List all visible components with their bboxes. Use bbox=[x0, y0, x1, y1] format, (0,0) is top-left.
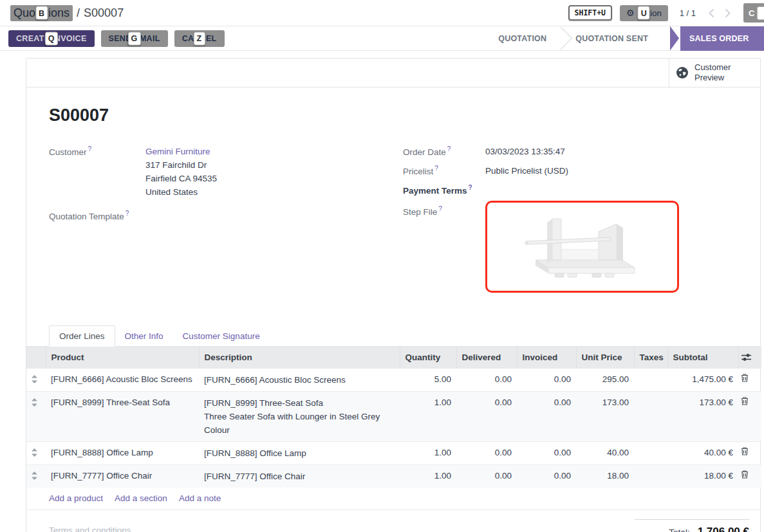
cell-delivered[interactable]: 0.00 bbox=[456, 368, 517, 391]
cell-invoiced[interactable]: 0.00 bbox=[517, 464, 576, 488]
cell-quantity[interactable]: 1.00 bbox=[400, 464, 456, 488]
customer-link[interactable]: Gemini Furniture bbox=[145, 145, 217, 158]
status-pipeline: QUOTATION QUOTATION SENT SALES ORDER bbox=[483, 26, 764, 51]
cell-product[interactable]: [FURN_8888] Office Lamp bbox=[46, 441, 199, 464]
status-step-quotation-sent[interactable]: QUOTATION SENT bbox=[560, 26, 664, 51]
action-menu-button[interactable]: ⚙ Action U bbox=[620, 5, 668, 21]
tab-customer-signature[interactable]: Customer Signature bbox=[173, 326, 270, 346]
cell-invoiced[interactable]: 0.00 bbox=[517, 391, 576, 441]
column-header-delivered[interactable]: Delivered bbox=[456, 347, 517, 369]
drag-handle[interactable] bbox=[26, 391, 46, 441]
customer-address-line: Fairfield CA 94535 bbox=[145, 172, 217, 185]
drag-handle[interactable] bbox=[26, 464, 46, 488]
cell-description[interactable]: Three Seater Sofa with Lounger in Steel … bbox=[204, 410, 395, 423]
cell-description[interactable]: [FURN_6666] Acoustic Bloc Screens bbox=[204, 373, 395, 387]
trash-icon bbox=[741, 446, 749, 455]
help-question-mark: ? bbox=[88, 145, 92, 152]
cell-description[interactable]: [FURN_7777] Office Chair bbox=[204, 470, 395, 483]
trash-icon bbox=[741, 470, 749, 479]
tab-order-lines[interactable]: Order Lines bbox=[49, 326, 115, 347]
pager-next-button[interactable] bbox=[725, 8, 731, 18]
column-header-invoiced[interactable]: Invoiced bbox=[517, 347, 576, 369]
customer-address-line: United States bbox=[145, 185, 217, 199]
cell-quantity[interactable]: 5.00 bbox=[400, 368, 456, 391]
terms-and-conditions-input[interactable]: Terms and conditions... bbox=[49, 526, 138, 532]
pager-previous-button[interactable] bbox=[709, 8, 714, 18]
step-file-image[interactable] bbox=[485, 201, 679, 293]
breadcrumb-separator: / bbox=[77, 6, 80, 20]
keyboard-hint-badge: Z bbox=[194, 32, 205, 45]
cell-unit-price[interactable]: 18.00 bbox=[576, 464, 634, 488]
cell-product[interactable]: [FURN_7777] Office Chair bbox=[46, 464, 199, 488]
cell-taxes[interactable] bbox=[634, 391, 667, 441]
create-invoice-button[interactable]: CREATE INVOICE Q bbox=[8, 30, 95, 47]
pricelist-field-value[interactable]: Public Pricelist (USD) bbox=[485, 164, 568, 178]
help-question-mark: ? bbox=[447, 145, 451, 152]
cell-delivered[interactable]: 0.00 bbox=[456, 391, 517, 441]
order-date-field-value[interactable]: 03/03/2023 13:35:47 bbox=[485, 145, 565, 158]
order-date-field-label: Order Date? bbox=[403, 145, 485, 158]
column-header-unit-price[interactable]: Unit Price bbox=[576, 347, 634, 369]
status-step-sales-order[interactable]: SALES ORDER bbox=[670, 26, 764, 51]
cell-product[interactable]: [FURN_6666] Acoustic Bloc Screens bbox=[46, 368, 199, 391]
table-header-row: Product Description Quantity Delivered I… bbox=[26, 347, 761, 369]
cell-subtotal: 173.00 € bbox=[667, 391, 738, 441]
cell-quantity[interactable]: 1.00 bbox=[400, 441, 456, 464]
drag-handle[interactable] bbox=[26, 368, 46, 391]
customer-field-label: Customer? bbox=[49, 145, 145, 199]
add-note-link[interactable]: Add a note bbox=[179, 493, 221, 503]
send-email-button[interactable]: SEND EMAIL G bbox=[101, 30, 168, 47]
delete-row-button[interactable] bbox=[738, 391, 761, 441]
notebook-tabs: Order Lines Other Info Customer Signatur… bbox=[26, 326, 760, 347]
sheet-button-box: Customer Preview bbox=[26, 59, 760, 87]
corner-cutoff-button[interactable]: C bbox=[743, 3, 764, 23]
cancel-button[interactable]: CANCEL Z bbox=[174, 30, 225, 47]
breadcrumb-quotations-link[interactable]: Quotations B bbox=[10, 5, 73, 21]
cell-description[interactable]: Colour bbox=[204, 423, 395, 437]
table-row[interactable]: [FURN_6666] Acoustic Bloc Screens [FURN_… bbox=[26, 368, 761, 391]
cell-quantity[interactable]: 1.00 bbox=[400, 391, 456, 441]
fields-left-column: Customer? Gemini Furniture 317 Fairchild… bbox=[49, 145, 384, 298]
cell-product[interactable]: [FURN_8999] Three-Seat Sofa bbox=[46, 391, 199, 441]
status-arrow-shape bbox=[670, 26, 679, 51]
column-header-taxes[interactable]: Taxes bbox=[634, 347, 667, 369]
cell-delivered[interactable]: 0.00 bbox=[456, 464, 517, 488]
table-row[interactable]: [FURN_8888] Office Lamp [FURN_8888] Offi… bbox=[26, 441, 761, 464]
column-header-description[interactable]: Description bbox=[199, 347, 400, 369]
drag-handle[interactable] bbox=[26, 441, 46, 464]
tab-other-info[interactable]: Other Info bbox=[115, 326, 173, 346]
status-step-sales-order-label: SALES ORDER bbox=[680, 26, 764, 51]
optional-columns-button[interactable] bbox=[738, 347, 761, 369]
cell-unit-price[interactable]: 295.00 bbox=[576, 368, 634, 391]
breadcrumb: Quotations B / S00007 bbox=[10, 5, 124, 21]
cell-subtotal: 1,475.00 € bbox=[667, 368, 738, 391]
add-section-link[interactable]: Add a section bbox=[115, 493, 167, 503]
cell-delivered[interactable]: 0.00 bbox=[456, 441, 517, 464]
delete-row-button[interactable] bbox=[738, 464, 761, 488]
customer-preview-button[interactable]: Customer Preview bbox=[669, 59, 760, 87]
table-footer-links: Add a product Add a section Add a note bbox=[26, 488, 760, 510]
delete-row-button[interactable] bbox=[738, 441, 761, 464]
order-lines-table: Product Description Quantity Delivered I… bbox=[26, 347, 761, 488]
handle-column-header bbox=[26, 347, 46, 369]
add-product-link[interactable]: Add a product bbox=[49, 493, 103, 503]
column-header-product[interactable]: Product bbox=[46, 347, 199, 369]
cell-taxes[interactable] bbox=[634, 441, 667, 464]
cell-subtotal: 18.00 € bbox=[667, 464, 738, 488]
action-bar: CREATE INVOICE Q SEND EMAIL G CANCEL Z Q… bbox=[0, 26, 764, 51]
cell-invoiced[interactable]: 0.00 bbox=[517, 368, 576, 391]
cell-invoiced[interactable]: 0.00 bbox=[517, 441, 576, 464]
cell-unit-price[interactable]: 173.00 bbox=[576, 391, 634, 441]
table-row[interactable]: [FURN_7777] Office Chair [FURN_7777] Off… bbox=[26, 464, 761, 488]
cell-description[interactable]: [FURN_8999] Three-Seat Sofa bbox=[204, 396, 395, 410]
delete-row-button[interactable] bbox=[738, 368, 761, 391]
cell-unit-price[interactable]: 40.00 bbox=[576, 441, 634, 464]
table-row[interactable]: [FURN_8999] Three-Seat Sofa [FURN_8999] … bbox=[26, 391, 761, 441]
column-header-subtotal[interactable]: Subtotal bbox=[667, 347, 738, 369]
keyboard-hint-badge: U bbox=[638, 6, 650, 20]
record-title: S00007 bbox=[49, 105, 738, 125]
cell-taxes[interactable] bbox=[634, 368, 667, 391]
column-header-quantity[interactable]: Quantity bbox=[400, 347, 456, 369]
cell-description[interactable]: [FURN_8888] Office Lamp bbox=[204, 446, 395, 460]
cell-taxes[interactable] bbox=[634, 464, 667, 488]
